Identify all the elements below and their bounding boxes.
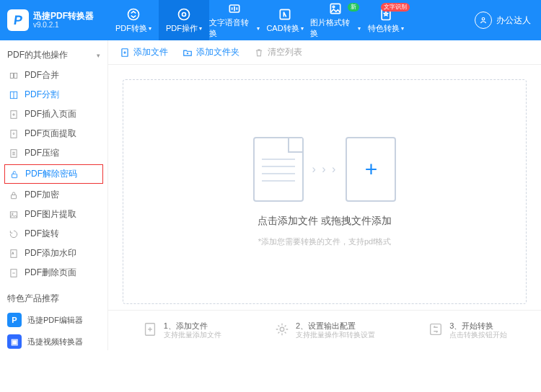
doc-icon <box>253 137 304 202</box>
delete-page-icon <box>9 268 19 278</box>
step-add-icon <box>142 321 158 340</box>
rec-pdf-editor[interactable]: P迅捷PDF编辑器 <box>0 309 107 331</box>
step-convert-icon <box>428 321 444 340</box>
sidebar-item-delete-page[interactable]: PDF删除页面 <box>0 263 107 282</box>
tab-pdf-convert[interactable]: PDF转换▾ <box>108 0 159 40</box>
logo-block: P 迅捷PDF转换器 v9.0.2.1 <box>0 9 108 31</box>
svg-rect-5 <box>330 4 340 13</box>
svg-point-23 <box>280 327 284 331</box>
drop-illustration: › › › + <box>253 137 397 202</box>
sidebar-item-extract-image[interactable]: PDF图片提取 <box>0 205 107 224</box>
audio-icon <box>227 1 242 16</box>
drop-title: 点击添加文件 或拖拽文件添加 <box>258 215 392 228</box>
swap-icon <box>126 7 141 22</box>
add-folder-button[interactable]: 添加文件夹 <box>182 46 239 58</box>
svg-rect-15 <box>12 174 17 177</box>
sidebar-item-extract-page[interactable]: PDF页面提取 <box>0 124 107 143</box>
add-folder-icon <box>182 48 193 58</box>
rec-video-converter[interactable]: ▣迅捷视频转换器 <box>0 331 107 350</box>
app-title: 迅捷PDF转换器 <box>33 12 94 21</box>
watermark-icon <box>9 249 19 259</box>
sidebar-item-watermark[interactable]: PDF添加水印 <box>0 244 107 263</box>
sidebar-item-split[interactable]: PDF分割 <box>0 85 107 104</box>
svg-rect-9 <box>10 73 13 78</box>
svg-point-2 <box>182 12 186 16</box>
sidebar-item-encrypt[interactable]: PDF加密 <box>0 185 107 205</box>
tab-special[interactable]: 文字识别 特色转换▾ <box>361 0 411 40</box>
image-icon <box>328 1 343 16</box>
app-version: v9.0.2.1 <box>33 21 94 29</box>
svg-rect-24 <box>431 324 441 334</box>
add-file-icon <box>120 48 130 58</box>
step-3: 3、开始转换点击转换按钮开始 <box>428 321 507 340</box>
main-area: 添加文件 添加文件夹 清空列表 › › › + 点击添加文件 或拖拽文件添加 *… <box>108 40 541 350</box>
svg-point-0 <box>128 9 139 19</box>
user-area[interactable]: 办公达人 <box>475 12 541 29</box>
tab-cad[interactable]: CAD转换▾ <box>260 0 310 40</box>
chevron-right-icon: › › › <box>312 163 338 176</box>
svg-rect-17 <box>10 211 17 217</box>
lock-icon <box>9 190 19 200</box>
split-icon <box>9 90 19 100</box>
add-file-button[interactable]: 添加文件 <box>120 46 168 58</box>
extract-page-icon <box>9 129 19 139</box>
sidebar-item-unlock[interactable]: PDF解除密码 <box>4 164 103 184</box>
image-extract-icon <box>9 210 19 220</box>
sidebar-item-merge[interactable]: PDF合并 <box>0 66 107 85</box>
gear-circle-icon <box>177 7 191 22</box>
rec-icon-video: ▣ <box>7 334 22 349</box>
step-1: 1、添加文件支持批量添加文件 <box>142 321 221 340</box>
step-2: 2、设置输出配置支持批量操作和转换设置 <box>274 321 375 340</box>
svg-point-1 <box>179 9 190 19</box>
unlock-icon <box>9 169 19 179</box>
badge-new: 新 <box>348 3 359 12</box>
svg-rect-16 <box>12 195 17 198</box>
rec-icon-p: P <box>7 313 22 327</box>
sidebar-item-insert[interactable]: PDF插入页面 <box>0 104 107 124</box>
merge-icon <box>9 71 19 81</box>
svg-rect-10 <box>14 73 17 78</box>
app-logo-icon: P <box>7 9 29 31</box>
header-tabs: PDF转换▾ PDF操作▾ 文字语音转换▾ CAD转换▾ 新 图片格式转换▾ 文… <box>108 0 411 40</box>
rotate-icon <box>9 229 19 239</box>
insert-icon <box>9 110 19 120</box>
app-header: P 迅捷PDF转换器 v9.0.2.1 PDF转换▾ PDF操作▾ 文字语音转换… <box>0 0 541 40</box>
plus-box-icon: + <box>346 137 396 202</box>
clear-list-button[interactable]: 清空列表 <box>254 46 302 58</box>
cad-icon <box>278 7 292 22</box>
avatar-icon <box>475 12 492 29</box>
sidebar-item-compress[interactable]: PDF压缩 <box>0 143 107 163</box>
sidebar-group-header[interactable]: PDF的其他操作▾ <box>0 45 107 66</box>
drop-subtitle: *添加您需要转换的文件，支持pdf格式 <box>258 236 392 247</box>
svg-point-6 <box>333 6 335 8</box>
drop-zone[interactable]: › › › + 点击添加文件 或拖拽文件添加 *添加您需要转换的文件，支持pdf… <box>123 79 527 304</box>
svg-point-8 <box>482 18 485 21</box>
badge-ocr: 文字识别 <box>381 3 410 12</box>
step-config-icon <box>274 321 290 340</box>
tab-pdf-operate[interactable]: PDF操作▾ <box>159 0 209 40</box>
compress-icon <box>9 148 19 159</box>
sidebar-rec-header: 特色产品推荐 <box>0 282 107 309</box>
toolbar: 添加文件 添加文件夹 清空列表 <box>108 40 541 65</box>
steps-bar: 1、添加文件支持批量添加文件 2、设置输出配置支持批量操作和转换设置 3、开始转… <box>108 310 541 350</box>
user-name: 办公达人 <box>496 14 531 27</box>
svg-point-18 <box>12 213 13 214</box>
sidebar-item-rotate[interactable]: PDF旋转 <box>0 224 107 244</box>
tab-text-audio[interactable]: 文字语音转换▾ <box>209 0 260 40</box>
sidebar: PDF的其他操作▾ PDF合并 PDF分割 PDF插入页面 PDF页面提取 PD… <box>0 40 108 350</box>
trash-icon <box>254 48 264 58</box>
tab-image[interactable]: 新 图片格式转换▾ <box>310 0 361 40</box>
